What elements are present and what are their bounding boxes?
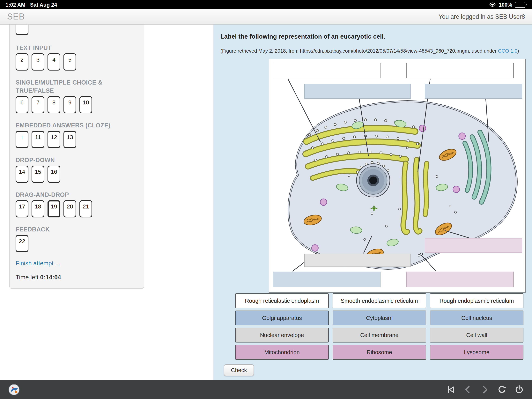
time-left: Time left 0:14:04 [16, 274, 138, 281]
question-button-row: 14 15 16 [16, 166, 138, 183]
question-button-19-current[interactable]: 19 [48, 200, 60, 217]
question-button-9[interactable]: 9 [63, 96, 76, 113]
drop-zone-upper-right[interactable] [425, 84, 522, 99]
drag-option-mitochondrion[interactable]: Mitochondrion [235, 345, 329, 360]
drag-options-grid: Rough reticulastic endoplasm Smooth endo… [235, 293, 523, 360]
question-button-13[interactable]: 13 [63, 131, 76, 148]
nav-forward-icon[interactable] [480, 385, 490, 395]
drag-option-nuclear-envelope[interactable]: Nuclear envelope [235, 328, 329, 342]
question-panel: Label the following representation of an… [213, 25, 532, 380]
drag-option-cell-wall[interactable]: Cell wall [430, 328, 523, 342]
citation-text: (Figure retrieved May 2, 2018, from http… [221, 48, 498, 54]
question-button-6[interactable]: 6 [16, 96, 28, 113]
question-button-21[interactable]: 21 [79, 200, 92, 217]
question-button-17[interactable]: 17 [16, 200, 28, 217]
question-button-row: 17 18 19 20 21 [16, 200, 138, 217]
check-button[interactable]: Check [224, 364, 254, 376]
battery-icon [515, 2, 526, 8]
status-time: 1:02 AM [6, 2, 25, 8]
question-title: Label the following representation of an… [221, 33, 385, 40]
app-header: SEB You are logged in as SEB User8 [0, 9, 532, 25]
citation-license-link[interactable]: CCO 1.0 [498, 48, 517, 54]
citation-text-suffix: ) [517, 48, 519, 54]
drop-zone-upper-left[interactable] [304, 84, 411, 99]
question-button-18[interactable]: 18 [32, 200, 44, 217]
nav-back-icon[interactable] [463, 385, 473, 395]
power-icon[interactable] [514, 385, 524, 395]
screen: 1:02 AM Sat Aug 24 100% SEB You are logg… [0, 0, 532, 399]
drop-zone-top-right[interactable] [406, 63, 514, 78]
question-button-12[interactable]: 12 [48, 131, 60, 148]
drag-option-cell-membrane[interactable]: Cell membrane [333, 328, 426, 342]
question-button-16[interactable]: 16 [48, 166, 60, 183]
time-left-label: Time left [16, 274, 38, 281]
drag-option-cell-nucleus[interactable]: Cell nucleus [430, 310, 523, 325]
figure-citation: (Figure retrieved May 2, 2018, from http… [221, 48, 519, 54]
question-button-20[interactable]: 20 [63, 200, 76, 217]
question-button-14[interactable]: 14 [16, 166, 28, 183]
drag-option-rough-endoplasmic-reticulum[interactable]: Rough endoplasmic reticulum [430, 293, 523, 308]
cell-diagram-box [269, 59, 526, 293]
seb-logo-icon[interactable] [8, 383, 20, 396]
drag-option-ribosome[interactable]: Ribosome [333, 345, 426, 360]
drag-option-smooth-endoplasmic-reticulum[interactable]: Smooth endoplasmic reticulum [333, 293, 426, 308]
time-left-value: 0:14:04 [40, 274, 61, 281]
question-button-info[interactable]: i [16, 131, 28, 148]
drop-zone-lower-right[interactable] [425, 238, 522, 253]
question-button-row: 6 7 8 9 10 [16, 96, 138, 113]
finish-attempt-link[interactable]: Finish attempt ... [16, 260, 138, 267]
question-button-15[interactable]: 15 [32, 166, 44, 183]
question-button-7[interactable]: 7 [32, 96, 44, 113]
drag-option-rough-reticulastic-endoplasm[interactable]: Rough reticulastic endoplasm [235, 293, 329, 308]
quiz-navigation-panel: TEXT INPUT 2 3 4 5 SINGLE/MULTIPLE CHOIC… [9, 25, 144, 289]
drag-option-golgi-apparatus[interactable]: Golgi apparatus [235, 310, 329, 325]
section-heading-drag-and-drop: DRAG-AND-DROP [16, 191, 138, 199]
battery-percent: 100% [499, 2, 512, 8]
question-button-1-partial[interactable] [16, 25, 28, 35]
section-heading-choice: SINGLE/MULTIPLE CHOICE & TRUE/FALSE [16, 78, 113, 95]
question-button-11[interactable]: 11 [32, 131, 44, 148]
section-heading-dropdown: DROP-DOWN [16, 156, 138, 164]
section-heading-cloze: EMBEDDED ANSWERS (CLOZE) [16, 121, 138, 129]
drop-zone-lower-center[interactable] [304, 254, 411, 267]
drag-option-cytoplasm[interactable]: Cytoplasm [333, 310, 426, 325]
seb-toolbar [0, 380, 532, 399]
question-button-2[interactable]: 2 [16, 53, 28, 71]
drop-zone-top-left[interactable] [273, 63, 380, 78]
drop-zone-bottom-right[interactable] [406, 272, 514, 287]
drop-zone-bottom-left[interactable] [273, 272, 380, 287]
drag-option-lysosome[interactable]: Lysosome [430, 345, 523, 360]
status-date: Sat Aug 24 [30, 2, 57, 8]
question-button-row: i 11 12 13 [16, 131, 138, 148]
app-title: SEB [7, 12, 25, 22]
section-heading-text-input: TEXT INPUT [16, 44, 138, 52]
reload-icon[interactable] [497, 385, 507, 395]
question-button-22[interactable]: 22 [16, 235, 28, 252]
question-button-row: 22 [16, 235, 138, 252]
page-content: TEXT INPUT 2 3 4 5 SINGLE/MULTIPLE CHOIC… [0, 25, 532, 380]
question-button-row: 2 3 4 5 [16, 53, 138, 71]
wifi-icon [489, 2, 496, 7]
section-heading-feedback: FEEDBACK [16, 225, 138, 233]
skip-to-start-icon[interactable] [446, 385, 456, 395]
question-button-4[interactable]: 4 [48, 53, 60, 71]
status-bar: 1:02 AM Sat Aug 24 100% [0, 0, 532, 9]
question-button-3[interactable]: 3 [32, 53, 44, 71]
login-status: You are logged in as SEB User8 [439, 13, 525, 20]
question-button-10[interactable]: 10 [79, 96, 92, 113]
question-button-5[interactable]: 5 [63, 53, 76, 71]
question-button-8[interactable]: 8 [48, 96, 60, 113]
